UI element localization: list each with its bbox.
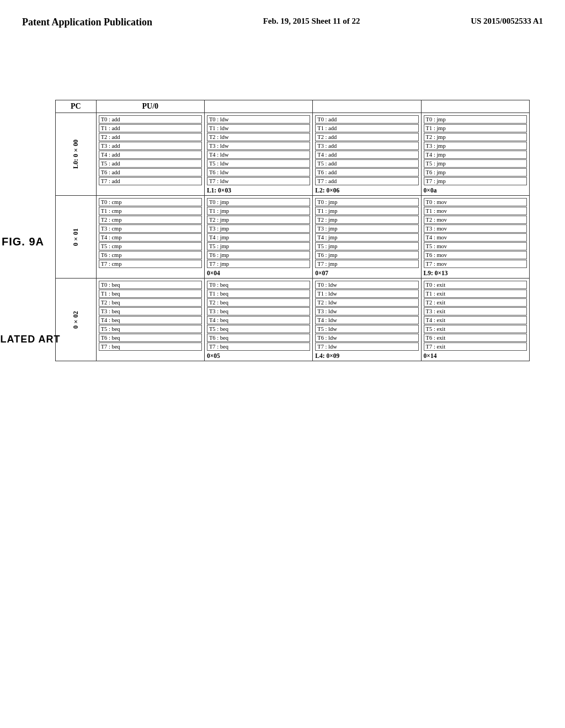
- col4-header: [421, 100, 529, 113]
- list-item: T3 : add: [99, 142, 202, 150]
- list-item: T4 : cmp: [99, 233, 202, 242]
- instruction-list: T0 : ldwT1 : ldwT2 : ldwT3 : ldwT4 : ldw…: [315, 281, 418, 351]
- list-item: T6 : beq: [207, 334, 310, 342]
- list-item: T6 : jmp: [207, 251, 310, 259]
- list-item: T3 : jmp: [424, 142, 527, 150]
- list-item: T6 : ldw: [315, 334, 418, 342]
- list-item: T0 : jmp: [315, 198, 418, 206]
- list-item: T4 : add: [99, 151, 202, 159]
- list-item: T4 : ldw: [207, 151, 310, 159]
- list-item: T5 : ldw: [207, 159, 310, 168]
- list-item: T0 : add: [315, 115, 418, 124]
- instruction-list: T0 : beqT1 : beqT2 : beqT3 : beqT4 : beq…: [99, 281, 202, 351]
- list-item: T5 : beq: [207, 325, 310, 333]
- list-item: T5 : mov: [424, 242, 527, 250]
- instruction-cell: T0 : exitT1 : exitT2 : exitT3 : exitT4 :…: [421, 279, 529, 361]
- list-item: T7 : add: [315, 177, 418, 185]
- list-item: T2 : cmp: [99, 216, 202, 224]
- list-item: T5 : jmp: [207, 242, 310, 250]
- list-item: T4 : beq: [207, 316, 310, 324]
- diagram-wrapper: FIG. 9A RELATED ART PC PU/0 L0: 0×00T0 :…: [55, 100, 543, 361]
- list-item: T7 : ldw: [315, 342, 418, 351]
- instruction-list: T0 : movT1 : movT2 : movT3 : movT4 : mov…: [424, 198, 527, 268]
- list-item: T2 : ldw: [207, 133, 310, 141]
- instruction-cell: T0 : jmpT1 : jmpT2 : jmpT3 : jmpT4 : jmp…: [421, 113, 529, 196]
- list-item: T3 : jmp: [207, 224, 310, 233]
- list-item: T7 : add: [99, 177, 202, 185]
- list-item: T6 : add: [315, 168, 418, 176]
- list-item: T5 : exit: [424, 325, 527, 333]
- list-item: T0 : add: [99, 115, 202, 124]
- instruction-cell: T0 : cmpT1 : cmpT2 : cmpT3 : cmpT4 : cmp…: [96, 196, 204, 279]
- instruction-list: T0 : exitT1 : exitT2 : exitT3 : exitT4 :…: [424, 281, 527, 351]
- list-item: T3 : beq: [99, 307, 202, 315]
- list-item: T4 : beq: [99, 316, 202, 324]
- publication-number: US 2015/0052533 A1: [471, 17, 543, 26]
- list-item: T2 : beq: [207, 298, 310, 307]
- cell-sublabel: L2: 0×06: [315, 187, 418, 194]
- cell-sublabel: 0×07: [315, 270, 418, 276]
- instruction-cell: T0 : jmpT1 : jmpT2 : jmpT3 : jmpT4 : jmp…: [313, 196, 421, 279]
- list-item: T7 : beq: [99, 342, 202, 351]
- list-item: T4 : jmp: [207, 233, 310, 242]
- instruction-cell: T0 : ldwT1 : ldwT2 : ldwT3 : ldwT4 : ldw…: [313, 279, 421, 361]
- list-item: T0 : mov: [424, 198, 527, 206]
- instruction-list: T0 : addT1 : addT2 : addT3 : addT4 : add…: [315, 115, 418, 185]
- pc-label-cell: 0×02: [56, 279, 97, 361]
- list-item: T1 : jmp: [315, 207, 418, 215]
- list-item: T0 : beq: [207, 281, 310, 289]
- pc-label-cell: 0×01: [56, 196, 97, 279]
- list-item: T5 : cmp: [99, 242, 202, 250]
- list-item: T7 : cmp: [99, 260, 202, 268]
- list-item: T6 : jmp: [315, 251, 418, 259]
- list-item: T7 : jmp: [207, 260, 310, 268]
- list-item: T7 : jmp: [424, 177, 527, 185]
- list-item: T2 : jmp: [207, 216, 310, 224]
- list-item: T1 : beq: [99, 290, 202, 298]
- list-item: T5 : jmp: [424, 159, 527, 168]
- list-item: T1 : ldw: [207, 124, 310, 132]
- pc-label-cell: L0: 0×00: [56, 113, 97, 196]
- cell-sublabel: 0×14: [424, 352, 527, 359]
- list-item: T0 : cmp: [99, 198, 202, 206]
- cell-sublabel: L4: 0×09: [315, 352, 418, 359]
- list-item: T0 : beq: [99, 281, 202, 289]
- list-item: T3 : cmp: [99, 224, 202, 233]
- list-item: T2 : jmp: [315, 216, 418, 224]
- list-item: T6 : exit: [424, 334, 527, 342]
- list-item: T6 : jmp: [424, 168, 527, 176]
- list-item: T3 : beq: [207, 307, 310, 315]
- list-item: T6 : ldw: [207, 168, 310, 176]
- col2-header: [204, 100, 312, 113]
- list-item: T2 : mov: [424, 216, 527, 224]
- publication-title: Patent Application Publication: [22, 17, 152, 28]
- instruction-list: T0 : jmpT1 : jmpT2 : jmpT3 : jmpT4 : jmp…: [207, 198, 310, 268]
- publication-date-sheet: Feb. 19, 2015 Sheet 11 of 22: [263, 17, 360, 26]
- fig-title: FIG. 9A: [2, 235, 44, 248]
- instruction-cell: T0 : ldwT1 : ldwT2 : ldwT3 : ldwT4 : ldw…: [204, 113, 312, 196]
- fig-label-group: FIG. 9A RELATED ART: [17, 221, 29, 376]
- list-item: T2 : ldw: [315, 298, 418, 307]
- list-item: T4 : add: [315, 151, 418, 159]
- instruction-cell: T0 : beqT1 : beqT2 : beqT3 : beqT4 : beq…: [96, 279, 204, 361]
- instruction-list: T0 : ldwT1 : ldwT2 : ldwT3 : ldwT4 : ldw…: [207, 115, 310, 185]
- fig-subtitle: RELATED ART: [0, 333, 61, 345]
- main-diagram-table: PC PU/0 L0: 0×00T0 : addT1 : addT2 : add…: [55, 100, 530, 361]
- cell-sublabel: 0×0a: [424, 187, 527, 194]
- cell-sublabel: L9: 0×13: [424, 270, 527, 276]
- instruction-list: T0 : addT1 : addT2 : addT3 : addT4 : add…: [99, 115, 202, 185]
- page-header: Patent Application Publication Feb. 19, …: [0, 0, 565, 34]
- list-item: T6 : mov: [424, 251, 527, 259]
- col3-header: [313, 100, 421, 113]
- list-item: T2 : add: [99, 133, 202, 141]
- list-item: T3 : mov: [424, 224, 527, 233]
- list-item: T5 : add: [315, 159, 418, 168]
- cell-sublabel: 0×05: [207, 352, 310, 359]
- list-item: T3 : exit: [424, 307, 527, 315]
- list-item: T1 : beq: [207, 290, 310, 298]
- list-item: T1 : add: [315, 124, 418, 132]
- list-item: T5 : beq: [99, 325, 202, 333]
- list-item: T4 : jmp: [424, 151, 527, 159]
- list-item: T0 : ldw: [207, 115, 310, 124]
- instruction-list: T0 : beqT1 : beqT2 : beqT3 : beqT4 : beq…: [207, 281, 310, 351]
